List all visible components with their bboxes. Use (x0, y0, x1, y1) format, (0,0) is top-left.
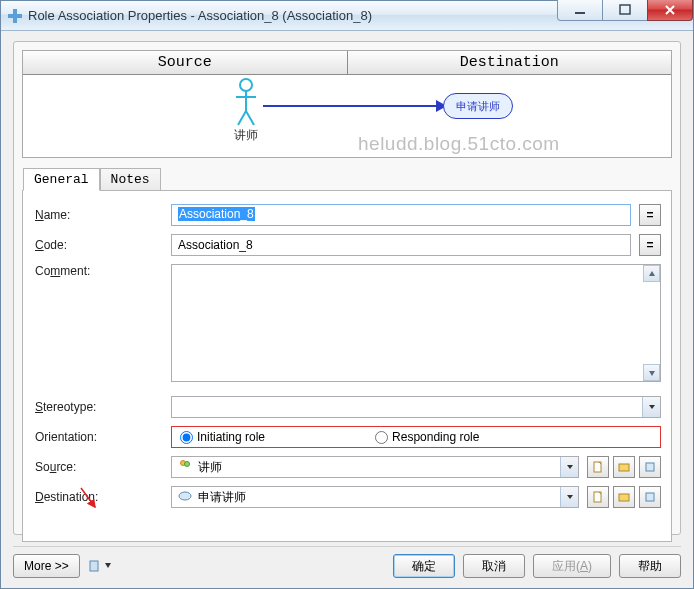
apply-button[interactable]: 应用(A) (533, 554, 611, 578)
more-button[interactable]: More >> (13, 554, 80, 578)
diagram-panel: Source Destination 讲师 申请讲师 he (22, 50, 672, 158)
source-header-button[interactable]: Source (23, 51, 348, 75)
scroll-up-icon[interactable] (643, 265, 660, 282)
maximize-button[interactable] (602, 0, 648, 21)
svg-rect-16 (619, 494, 629, 501)
cancel-button[interactable]: 取消 (463, 554, 525, 578)
destination-props-button[interactable] (639, 486, 661, 508)
svg-rect-1 (8, 14, 22, 18)
title-bar: Role Association Properties - Associatio… (1, 1, 693, 31)
radio-initiating[interactable] (180, 431, 193, 444)
comment-textarea[interactable] (171, 264, 661, 382)
destination-header-button[interactable]: Destination (348, 51, 672, 75)
association-arrow-line (263, 105, 438, 107)
svg-rect-18 (90, 561, 98, 571)
more-label: More >> (24, 559, 69, 573)
svg-rect-3 (620, 5, 630, 14)
destination-new-button[interactable] (587, 486, 609, 508)
help-button[interactable]: 帮助 (619, 554, 681, 578)
menu-dropdown-button[interactable] (86, 554, 114, 578)
minimize-button[interactable] (557, 0, 603, 21)
svg-rect-12 (619, 464, 629, 471)
source-combo[interactable]: 讲师 (171, 456, 579, 478)
app-icon (7, 8, 23, 24)
orientation-initiating-label: Initiating role (197, 430, 265, 444)
annotation-arrow-icon (77, 485, 107, 515)
source-label: Source: (33, 460, 171, 474)
svg-point-14 (179, 492, 191, 500)
tab-notes[interactable]: Notes (100, 168, 161, 191)
actor-label: 讲师 (228, 127, 264, 144)
dropdown-icon[interactable] (560, 457, 578, 477)
watermark-text: heludd.blog.51cto.com (358, 133, 560, 155)
tab-general[interactable]: General (23, 168, 100, 191)
code-label: Code: (33, 238, 171, 252)
code-sync-button[interactable]: = (639, 234, 661, 256)
svg-point-4 (240, 79, 252, 91)
orientation-group: Initiating role Responding role (171, 426, 661, 448)
source-props-button[interactable] (639, 456, 661, 478)
svg-line-7 (238, 111, 246, 125)
code-input[interactable] (171, 234, 631, 256)
destination-browse-button[interactable] (613, 486, 635, 508)
scroll-down-icon[interactable] (643, 364, 660, 381)
destination-value: 申请讲师 (198, 489, 246, 506)
orientation-responding-radio[interactable]: Responding role (375, 430, 479, 444)
svg-line-8 (246, 111, 254, 125)
name-input[interactable]: Association_8 (171, 204, 631, 226)
actor-icon: 讲师 (228, 77, 264, 144)
stereotype-combo[interactable] (171, 396, 661, 418)
svg-point-10 (185, 461, 190, 466)
name-label: Name: (33, 208, 171, 222)
dropdown-icon[interactable] (642, 397, 660, 417)
svg-rect-13 (646, 463, 654, 471)
source-value: 讲师 (198, 459, 222, 476)
usecase-node: 申请讲师 (443, 93, 513, 119)
dropdown-icon[interactable] (560, 487, 578, 507)
svg-rect-17 (646, 493, 654, 501)
source-browse-button[interactable] (613, 456, 635, 478)
actor-small-icon (178, 459, 192, 476)
comment-label: Comment: (33, 264, 171, 278)
orientation-label: Orientation: (33, 430, 171, 444)
close-button[interactable] (647, 0, 693, 21)
stereotype-label: Stereotype: (33, 400, 171, 414)
orientation-initiating-radio[interactable]: Initiating role (180, 430, 265, 444)
destination-combo[interactable]: 申请讲师 (171, 486, 579, 508)
name-sync-button[interactable]: = (639, 204, 661, 226)
orientation-responding-label: Responding role (392, 430, 479, 444)
radio-responding[interactable] (375, 431, 388, 444)
ok-button[interactable]: 确定 (393, 554, 455, 578)
source-new-button[interactable] (587, 456, 609, 478)
window-title: Role Association Properties - Associatio… (28, 8, 372, 23)
svg-rect-2 (575, 12, 585, 14)
usecase-small-icon (178, 489, 192, 506)
